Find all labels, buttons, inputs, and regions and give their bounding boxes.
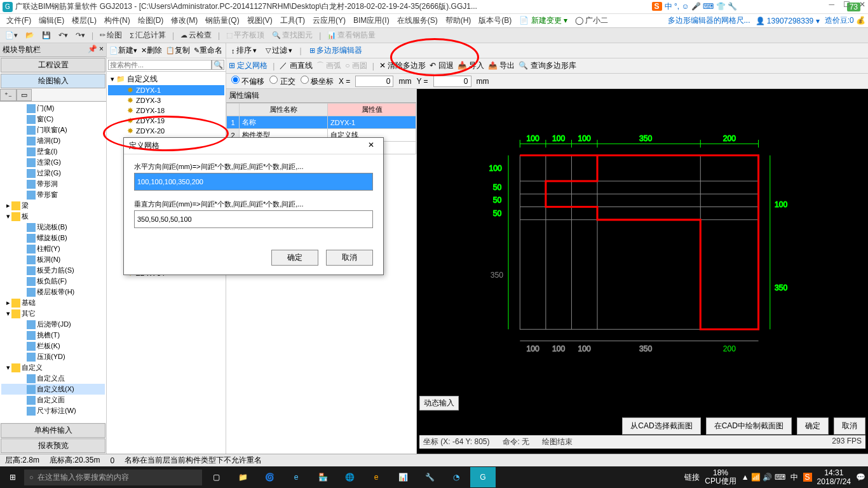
- sum-button[interactable]: Σ 汇总计算: [127, 30, 168, 41]
- comp-root[interactable]: ▾ 📁 自定义线: [108, 73, 224, 85]
- draw-circle-button[interactable]: ○ 画圆: [345, 60, 367, 71]
- nav-item-其它[interactable]: ▾ 其它: [1, 308, 105, 319]
- taskbar-app-5[interactable]: 🌐: [337, 467, 362, 487]
- dialog-close-button[interactable]: ✕: [364, 140, 378, 151]
- tray-sogou-icon[interactable]: S: [803, 473, 812, 482]
- menu-floor[interactable]: 楼层(L): [68, 15, 100, 26]
- nav-item-梁[interactable]: ▸ 梁: [1, 200, 105, 211]
- nav-item-过梁(G)[interactable]: 过梁(G): [1, 168, 105, 179]
- prop-row-名称[interactable]: 1名称ZDYX-1: [227, 116, 416, 129]
- ime-status[interactable]: 中 °, ☺ 🎤 ⌨ 👕 🔧: [665, 1, 737, 12]
- taskbar-app-3[interactable]: e: [283, 467, 309, 487]
- ortho-radio[interactable]: 正交: [269, 76, 295, 87]
- draw-line-button[interactable]: ／ 画直线: [280, 60, 312, 71]
- filter-button[interactable]: ▽ 过滤 ▾: [263, 45, 295, 56]
- nav-item-挑檐(T)[interactable]: 挑檐(T): [1, 330, 105, 341]
- new-file-icon[interactable]: 📄▾: [3, 31, 20, 39]
- nav-project-settings[interactable]: 工程设置: [1, 58, 105, 72]
- nav-item-自定义[interactable]: ▾ 自定义: [1, 362, 105, 373]
- nav-item-墙洞(D)[interactable]: 墙洞(D): [1, 135, 105, 146]
- draw-button[interactable]: ✏ 绘图: [97, 30, 125, 41]
- cad-ok-button[interactable]: 确定: [797, 417, 829, 435]
- nav-item-螺旋板(B)[interactable]: 螺旋板(B): [1, 233, 105, 243]
- comp-search-button[interactable]: 🔍: [212, 60, 224, 70]
- in-cad-button[interactable]: 在CAD中绘制截面图: [706, 417, 792, 435]
- menu-cloud[interactable]: 云应用(Y): [309, 15, 349, 26]
- undo-icon[interactable]: ↶▾: [56, 31, 71, 39]
- comp-item-ZDYX-18[interactable]: ✸ ZDYX-18: [108, 105, 224, 116]
- query-poly-button[interactable]: 🔍 查询多边形库: [519, 60, 576, 71]
- nav-item-板受力筋(S)[interactable]: 板受力筋(S): [1, 265, 105, 276]
- phone-number[interactable]: 👤 13907298339 ▾: [756, 17, 820, 25]
- menu-view[interactable]: 视图(V): [243, 15, 276, 26]
- close-button[interactable]: ✕: [859, 0, 865, 9]
- taskbar-app-10[interactable]: G: [470, 467, 496, 487]
- maximize-button[interactable]: ☐: [843, 0, 850, 9]
- nav-item-现浇板(B)[interactable]: 现浇板(B): [1, 222, 105, 233]
- comp-delete-button[interactable]: ✕删除: [140, 45, 163, 56]
- cad-viewport[interactable]: 100100100 350200 100350 10050 5050: [417, 89, 868, 454]
- define-grid-button[interactable]: ⊞ 定义网格: [229, 60, 268, 71]
- poly-editor-button[interactable]: ⊞ 多边形编辑器: [307, 45, 365, 56]
- sogou-icon[interactable]: S: [652, 2, 662, 11]
- task-view-icon[interactable]: ▢: [203, 467, 229, 487]
- nav-draw-input[interactable]: 绘图输入: [1, 74, 105, 88]
- x-input[interactable]: [355, 76, 393, 87]
- nav-item-基础[interactable]: ▸ 基础: [1, 297, 105, 308]
- tray-icons[interactable]: ▲ 📶 🔊 ⌨: [742, 473, 785, 482]
- tray-notifications-icon[interactable]: 💬: [856, 473, 865, 482]
- nav-item-压顶(YD)[interactable]: 压顶(YD): [1, 351, 105, 362]
- sort-button[interactable]: ↕ 排序 ▾: [229, 45, 259, 56]
- nav-item-壁龛(I)[interactable]: 壁龛(I): [1, 146, 105, 157]
- horizontal-spacing-input[interactable]: [134, 173, 373, 191]
- nav-item-自定义点[interactable]: 自定义点: [1, 373, 105, 384]
- menu-modify[interactable]: 修改(M): [167, 15, 201, 26]
- export-button[interactable]: 📤 导出: [488, 60, 515, 71]
- taskbar-app-6[interactable]: e: [363, 467, 389, 487]
- y-input[interactable]: [433, 76, 471, 87]
- nav-item-柱帽(Y)[interactable]: 柱帽(Y): [1, 243, 105, 254]
- taskbar-app-1[interactable]: 📁: [230, 467, 255, 487]
- clear-poly-button[interactable]: ✕ 清除多边形: [379, 60, 426, 71]
- undo-button[interactable]: ↶ 回退: [430, 60, 453, 71]
- nav-item-后浇带(JD)[interactable]: 后浇带(JD): [1, 319, 105, 330]
- draw-arc-button[interactable]: ⌒ 画弧: [316, 60, 341, 71]
- cad-drawing[interactable]: 100100100 350200 100350 10050 5050: [417, 89, 868, 454]
- nav-single-input[interactable]: 单构件输入: [1, 423, 105, 438]
- menu-help[interactable]: 帮助(H): [442, 15, 475, 26]
- dialog-ok-button[interactable]: 确定: [271, 250, 318, 266]
- find-element-button[interactable]: 🔍 查找图元: [269, 30, 315, 41]
- nav-item-窗(C)[interactable]: 窗(C): [1, 114, 105, 125]
- view-rebar-button[interactable]: 📊 查看钢筋量: [325, 30, 378, 41]
- comp-item-ZDYX-3[interactable]: ✸ ZDYX-3: [108, 95, 224, 105]
- minimize-button[interactable]: ─: [829, 0, 834, 9]
- menu-version[interactable]: 版本号(B): [475, 15, 515, 26]
- cad-cancel-button[interactable]: 取消: [834, 417, 865, 435]
- user-indicator[interactable]: ◯ 广小二: [571, 15, 612, 26]
- nav-item-楼层板带(H)[interactable]: 楼层板带(H): [1, 287, 105, 297]
- new-change-button[interactable]: 📄 新建变更 ▾: [515, 15, 571, 26]
- dialog-cancel-button[interactable]: 取消: [326, 250, 373, 266]
- nav-item-板洞(N)[interactable]: 板洞(N): [1, 254, 105, 265]
- nav-item-带形窗[interactable]: 带形窗: [1, 189, 105, 200]
- menu-file[interactable]: 文件(F): [3, 15, 35, 26]
- taskbar-search[interactable]: ○ 在这里输入你要搜索的内容: [24, 470, 202, 485]
- taskbar-app-9[interactable]: ◔: [444, 467, 469, 487]
- vertical-spacing-input[interactable]: [134, 210, 373, 228]
- nav-item-门(M)[interactable]: 门(M): [1, 103, 105, 114]
- dynamic-input-button[interactable]: 动态输入: [419, 396, 459, 410]
- menu-rebar[interactable]: 钢筋量(Q): [201, 15, 243, 26]
- nav-tab-list[interactable]: ▭: [17, 89, 32, 101]
- nav-report-preview[interactable]: 报表预览: [1, 438, 105, 453]
- nav-item-自定义线(X)[interactable]: 自定义线(X): [1, 384, 105, 395]
- comp-search-input[interactable]: [108, 60, 212, 70]
- save-icon[interactable]: 💾: [39, 31, 53, 39]
- comp-new-button[interactable]: 📄新建▾: [108, 45, 139, 56]
- nav-item-带形洞[interactable]: 带形洞: [1, 179, 105, 189]
- nav-item-板[interactable]: ▾ 板: [1, 211, 105, 222]
- offset-none-radio[interactable]: 不偏移: [231, 76, 264, 87]
- menu-draw[interactable]: 绘图(D): [134, 15, 168, 26]
- nav-tree[interactable]: 门(M) 窗(C) 门联窗(A) 墙洞(D) 壁龛(I) 连梁(G) 过梁(G)…: [0, 102, 106, 423]
- nav-item-门联窗(A)[interactable]: 门联窗(A): [1, 125, 105, 135]
- taskbar-app-2[interactable]: 🌀: [257, 467, 282, 487]
